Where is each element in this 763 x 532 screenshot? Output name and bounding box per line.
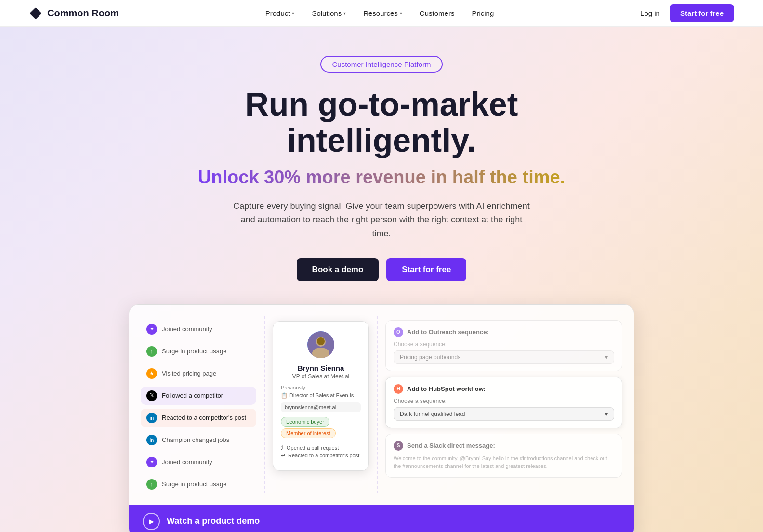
activity-feed: ✦ Joined community ↑ Surge in product us… — [141, 316, 256, 493]
linkedin-icon: in — [146, 435, 157, 445]
tag-member-interest: Member of interest — [281, 428, 336, 438]
visited-icon: ★ — [146, 368, 157, 379]
profile-actions: ⤴ Opened a pull request ↩ Reacted to a c… — [281, 445, 361, 459]
profile-email: brynnsienna@meet.ai — [281, 402, 361, 412]
surge-icon: ↑ — [146, 479, 157, 490]
avatar-image — [307, 331, 334, 358]
pull-request-icon: ⤴ — [281, 445, 284, 451]
outreach-sequence-select[interactable]: Pricing page outbounds ▾ — [394, 350, 614, 364]
automation-slack: S Send a Slack direct message: Welcome t… — [385, 434, 622, 478]
nav-pricing[interactable]: Pricing — [472, 9, 494, 17]
nav-product[interactable]: Product ▾ — [265, 9, 295, 17]
nav-links: Product ▾ Solutions ▾ Resources ▾ Custom… — [265, 9, 494, 17]
automation-panel: O Add to Outreach sequence: Choose a seq… — [385, 316, 622, 493]
slack-message-preview: Welcome to the community, @Brynn! Say he… — [394, 454, 614, 470]
activity-item: in Champion changed jobs — [141, 431, 256, 449]
community-icon: ✦ — [146, 324, 157, 335]
start-free-button-hero[interactable]: Start for free — [386, 258, 466, 281]
chevron-down-icon: ▾ — [343, 11, 346, 16]
logo-text: Common Room — [47, 8, 119, 19]
outreach-field-label: Choose a sequence: — [394, 341, 614, 348]
chevron-down-icon: ▾ — [605, 411, 608, 417]
logo-icon — [29, 7, 42, 20]
activity-item: ↑ Surge in product usage — [141, 342, 256, 361]
login-button[interactable]: Log in — [640, 9, 660, 17]
activity-item: ★ Visited pricing page — [141, 364, 256, 383]
activity-item: ✦ Joined community — [141, 453, 256, 471]
profile-job-title: VP of Sales at Meet.ai — [281, 373, 361, 380]
slack-icon: S — [394, 441, 403, 451]
watch-demo-bar[interactable]: ▶ Watch a product demo — [129, 505, 634, 532]
nav-solutions[interactable]: Solutions ▾ — [312, 9, 346, 17]
hero-buttons: Book a demo Start for free — [297, 258, 467, 281]
community-icon: ✦ — [146, 457, 157, 467]
twitter-icon: 𝕏 — [146, 390, 157, 401]
watch-demo-label: Watch a product demo — [167, 516, 260, 526]
hubspot-icon: H — [394, 384, 403, 394]
divider — [264, 316, 265, 493]
automation-hubspot: H Add to HubSpot workflow: Choose a sequ… — [385, 377, 622, 428]
svg-rect-0 — [29, 7, 41, 19]
chevron-down-icon: ▾ — [292, 11, 294, 16]
chevron-down-icon: ▾ — [400, 11, 402, 16]
nav-actions: Log in Start for free — [640, 4, 734, 22]
profile-tags: Economic buyer Member of interest — [281, 417, 361, 440]
product-demo-card: ✦ Joined community ↑ Surge in product us… — [129, 304, 634, 532]
navbar: Common Room Product ▾ Solutions ▾ Resour… — [0, 0, 763, 27]
nav-customers[interactable]: Customers — [420, 9, 455, 17]
activity-item: ↑ Surge in product usage — [141, 475, 256, 493]
logo-link[interactable]: Common Room — [29, 7, 119, 20]
activity-item: ✦ Joined community — [141, 320, 256, 338]
activity-item-active: in Reacted to a competitor's post — [141, 409, 256, 427]
profile-previously-label: Previously: — [281, 385, 361, 390]
hubspot-sequence-select[interactable]: Dark funnel qualified lead ▾ — [394, 407, 614, 421]
hero-subtitle: Unlock 30% more revenue in half the time… — [198, 167, 565, 188]
hero-description: Capture every buying signal. Give your t… — [232, 199, 531, 241]
svg-point-4 — [317, 337, 325, 345]
book-demo-button[interactable]: Book a demo — [297, 258, 379, 281]
play-icon: ▶ — [143, 513, 160, 530]
nav-resources[interactable]: Resources ▾ — [363, 9, 402, 17]
hero-badge: Customer Intelligence Platform — [320, 56, 442, 73]
hero-title: Run go-to-market intelligently. — [165, 86, 598, 158]
outreach-icon: O — [394, 327, 403, 337]
tag-economic-buyer: Economic buyer — [281, 417, 329, 427]
profile-name: Brynn Sienna — [281, 364, 361, 372]
automation-outreach: O Add to Outreach sequence: Choose a seq… — [385, 320, 622, 371]
profile-card: Brynn Sienna VP of Sales at Meet.ai Prev… — [273, 321, 369, 471]
surge-icon: ↑ — [146, 346, 157, 357]
hubspot-field-label: Choose a sequence: — [394, 398, 614, 404]
chevron-down-icon: ▾ — [605, 354, 608, 361]
linkedin-icon: in — [146, 413, 157, 423]
avatar — [307, 331, 334, 358]
profile-prev-job: 📋 Director of Sales at Even.Is — [281, 392, 361, 399]
hero-section: Customer Intelligence Platform Run go-to… — [0, 27, 763, 532]
divider — [377, 316, 378, 493]
start-free-button-nav[interactable]: Start for free — [670, 4, 734, 22]
activity-item-active: 𝕏 Followed a competitor — [141, 387, 256, 405]
reaction-icon: ↩ — [281, 453, 285, 459]
